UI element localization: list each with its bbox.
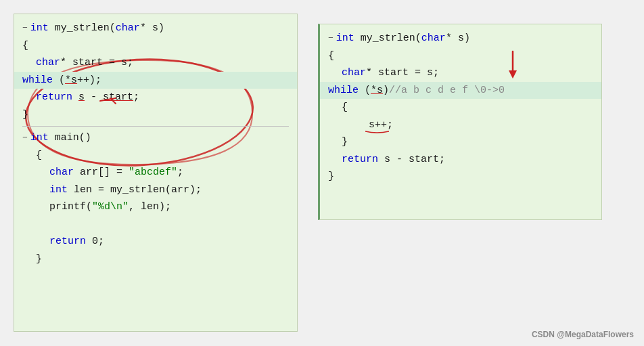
semicolon: ; xyxy=(133,89,139,106)
left-fn1-line3: return s - start ; xyxy=(22,89,289,106)
right-fn1-return: return s - start; xyxy=(328,151,593,169)
right-fn1-brace-open: { xyxy=(328,47,593,65)
printf-call: printf( xyxy=(49,198,92,216)
main-container: − int my_strlen( char * s) { char * star… xyxy=(0,0,644,346)
left-fn2-line2: int len = my_strlen(arr); xyxy=(22,181,289,199)
left-fn2-line3: printf( "%d\n" , len); xyxy=(22,198,289,216)
left-fn1-line1: char * start = s; xyxy=(22,54,289,72)
kw-char-arr: char xyxy=(49,164,74,181)
kw-char-right: char xyxy=(342,64,366,82)
return-zero: 0; xyxy=(86,233,104,251)
brace-close-fn1-left: } xyxy=(22,106,28,124)
left-fn1-header: − int my_strlen( char * s) xyxy=(22,20,289,37)
right-fn1-line2: while ( *s ) //a b c d e f \0->0 xyxy=(320,82,601,100)
left-code-block: − int my_strlen( char * s) { char * star… xyxy=(14,14,297,273)
brace-open-fn2: { xyxy=(36,147,42,165)
fn1-param-left: * s) xyxy=(140,20,164,37)
keyword-int-right: int xyxy=(336,30,354,47)
right-inner-brace-close: } xyxy=(328,133,593,151)
keyword-int-main: int xyxy=(30,129,49,147)
left-fn1-line2: while ( *s ++); xyxy=(14,72,297,89)
divider-left xyxy=(22,126,289,127)
brace-open-left: { xyxy=(22,37,28,55)
left-fn1-brace-open: { xyxy=(22,37,289,55)
printf-rest: , len); xyxy=(129,198,171,216)
brace-open-right: { xyxy=(328,47,334,65)
left-fn2-brace-open: { xyxy=(22,147,289,165)
right-fn1-line1: char * start = s; xyxy=(328,64,593,82)
brace-close-right: } xyxy=(328,168,334,186)
while-close: ) xyxy=(383,82,389,100)
fn2-name: main() xyxy=(49,129,91,147)
inner-brace-close: } xyxy=(342,133,348,151)
right-inner-brace-open: { xyxy=(328,99,593,116)
left-fn2-return: return 0; xyxy=(22,233,289,251)
blank-line xyxy=(22,216,289,234)
string-abcdef: "abcdef" xyxy=(129,164,177,181)
while-cond-left: ( xyxy=(53,72,65,89)
right-panel: − int my_strlen( char * s) { char * star… xyxy=(318,24,602,220)
keyword-char-left: char xyxy=(116,20,140,37)
kw-char-start: char xyxy=(36,54,60,72)
len-decl: len = my_strlen(arr); xyxy=(68,181,202,199)
right-code-block: − int my_strlen( char * s) { char * star… xyxy=(320,24,601,191)
right-fn1-brace-close: } xyxy=(328,168,593,186)
kw-return-right: return xyxy=(342,151,378,169)
fn1-name-right: my_strlen( xyxy=(354,30,421,47)
semicolon2: ; xyxy=(177,164,183,181)
right-fn1-header: − int my_strlen( char * s) xyxy=(328,30,593,47)
return-expr-right: s - start; xyxy=(378,151,445,169)
fn1-name-left: my_strlen( xyxy=(49,20,116,37)
kw-while-left: while xyxy=(22,72,53,89)
start-decl-right: * start = s; xyxy=(366,64,439,82)
inner-brace-open: { xyxy=(342,99,348,116)
brace-close-fn2: } xyxy=(36,251,42,268)
left-fn2-line1: char arr[] = "abcdef" ; xyxy=(22,164,289,181)
collapse-icon-left[interactable]: − xyxy=(22,21,28,36)
kw-int-len: int xyxy=(49,181,68,199)
right-fn1-spp: s++; xyxy=(328,116,593,134)
format-string: "%d\n" xyxy=(92,198,129,216)
collapse-icon-right[interactable]: − xyxy=(328,31,334,46)
keyword-char-right: char xyxy=(421,30,446,47)
left-panel: − int my_strlen( char * s) { char * star… xyxy=(14,14,298,332)
keyword-int-left: int xyxy=(30,20,49,37)
kw-while-right: while xyxy=(328,82,359,100)
fn1-param-right: * s) xyxy=(446,30,470,47)
left-fn2-header: − int main() xyxy=(22,129,289,147)
star-s-right: *s xyxy=(371,82,383,100)
while-rest-left: ++); xyxy=(77,72,101,89)
star-s-left: *s xyxy=(65,72,77,89)
left-fn1-brace-close: } xyxy=(22,106,289,124)
watermark: CSDN @MegaDataFlowers xyxy=(532,330,634,339)
arr-decl: arr[] = xyxy=(74,164,129,181)
collapse-icon-fn2[interactable]: − xyxy=(22,131,28,146)
start-decl: * start = s; xyxy=(60,54,133,72)
while-comment: //a b c d e f \0->0 xyxy=(389,82,505,100)
kw-return-main: return xyxy=(49,233,86,251)
left-fn2-brace-close: } xyxy=(22,251,289,268)
while-open-paren: ( xyxy=(359,82,371,100)
